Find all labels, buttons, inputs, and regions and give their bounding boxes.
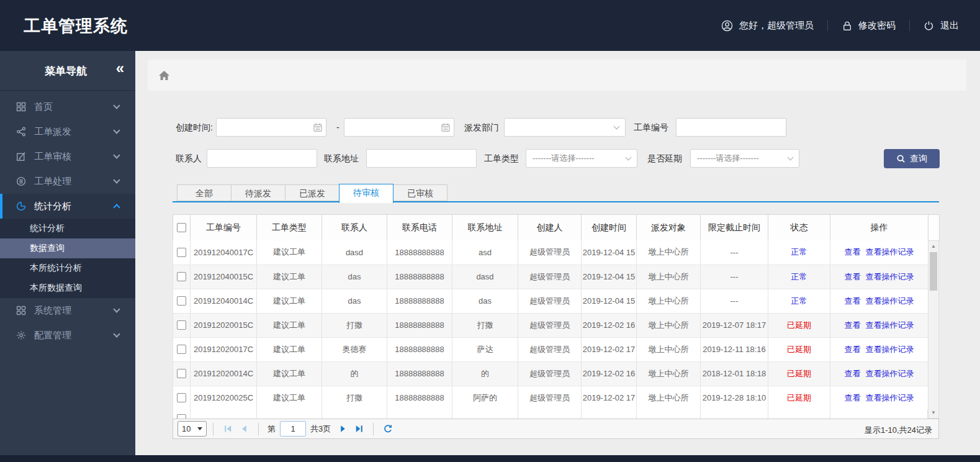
address-input[interactable] (366, 149, 477, 168)
chevron-down-icon (614, 124, 620, 130)
grid-icon (16, 102, 26, 112)
page-prefix-label: 第 (267, 424, 276, 435)
phone-cell: 18888888888 (387, 289, 452, 313)
chevron-down-icon (113, 306, 120, 312)
view-link[interactable]: 查看 (845, 272, 861, 281)
view-link[interactable]: 查看 (845, 393, 861, 402)
last-page-button[interactable] (353, 423, 365, 435)
created-time-cell: 2019-12-02 17 (582, 337, 637, 361)
created-to-input[interactable] (344, 118, 454, 137)
row-checkbox[interactable] (177, 320, 186, 330)
pie-chart-icon (16, 201, 26, 211)
collapse-sidebar-button[interactable]: « (116, 60, 124, 77)
scroll-down-icon[interactable]: ▼ (928, 408, 938, 417)
view-link[interactable]: 查看 (845, 320, 861, 330)
status-cell: 正常 (768, 289, 830, 313)
scroll-up-icon[interactable]: ▲ (928, 242, 938, 251)
search-button-label: 查询 (910, 153, 927, 165)
footer-bar (0, 455, 980, 462)
delay-select[interactable]: -------请选择------- (690, 149, 799, 168)
sidebar: 菜单导航 « 首页 工单派发 工单审核 工单处理 (0, 51, 135, 455)
scrollbar-thumb[interactable] (930, 252, 937, 291)
sidebar-item-home[interactable]: 首页 (0, 94, 135, 119)
dispatch-target-cell: 墩上中心所 (637, 337, 701, 361)
prev-page-button[interactable] (238, 423, 250, 435)
status-tab[interactable]: 全部 (177, 184, 232, 201)
actions-cell: 查看查看操作记录 (830, 289, 928, 313)
view-log-link[interactable]: 查看操作记录 (866, 369, 914, 378)
view-link[interactable]: 查看 (845, 296, 861, 306)
sidebar-item-review[interactable]: 工单审核 (0, 144, 135, 169)
view-link[interactable]: 查看 (845, 345, 861, 354)
pager-bar: 10 第 共3页 显示1-10,共24记录 (173, 419, 939, 439)
search-button[interactable]: 查询 (884, 149, 940, 168)
next-page-button[interactable] (336, 423, 349, 435)
order-type-select[interactable]: -------请选择------- (526, 149, 637, 168)
row-checkbox[interactable] (177, 393, 186, 402)
row-checkbox[interactable] (177, 296, 186, 306)
page-input[interactable] (280, 421, 306, 437)
table-row: 201912020014C 建议工单 的 18888888888 的 超级管理员… (173, 361, 928, 386)
created-time-cell: 2019-12-04 15 (582, 289, 637, 313)
actions-cell: 查看查看操作记录 (830, 313, 928, 337)
dispatch-target-cell: 墩上中心所 (637, 265, 701, 289)
dispatch-dept-select[interactable] (504, 118, 626, 137)
logout-text: 退出 (940, 20, 959, 32)
last-page-icon (354, 424, 364, 434)
page-size-select[interactable]: 10 (178, 421, 207, 437)
view-log-link[interactable]: 查看操作记录 (866, 320, 914, 330)
grid-header: 工单编号 工单类型 联系人 联系电话 联系地址 创建人 创建时间 派发对象 限定… (173, 214, 940, 241)
address-label: 联系地址 (324, 153, 359, 163)
row-checkbox[interactable] (177, 272, 186, 281)
sidebar-item-statistics[interactable]: 统计分析 (0, 194, 135, 219)
sidebar-subitem-statistics[interactable]: 统计分析 (0, 219, 135, 238)
view-log-link[interactable]: 查看操作记录 (866, 272, 914, 281)
prev-page-icon (239, 424, 249, 434)
sidebar-item-config[interactable]: 配置管理 (0, 323, 135, 348)
grid-body: 201912040017C 建议工单 dasd 18888888888 asd … (173, 240, 928, 410)
column-header: 操作 (830, 215, 928, 241)
records-summary: 显示1-10,共24记录 (865, 425, 932, 436)
view-log-link[interactable]: 查看操作记录 (866, 393, 914, 402)
status-tab[interactable]: 待审核 (339, 184, 393, 203)
table-row: 201912020017C 建议工单 奥德赛 18888888888 萨达 超级… (173, 337, 928, 361)
order-no-input[interactable] (676, 118, 786, 137)
view-log-link[interactable]: 查看操作记录 (866, 345, 914, 354)
status-tab[interactable]: 已审核 (393, 184, 447, 201)
order-no-cell: 201912020014C (191, 361, 257, 386)
actions-cell: 查看查看操作记录 (830, 337, 928, 361)
sidebar-item-system[interactable]: 系统管理 (0, 298, 135, 323)
row-checkbox[interactable] (177, 414, 186, 419)
row-checkbox[interactable] (177, 369, 186, 378)
row-checkbox[interactable] (177, 248, 186, 257)
view-link[interactable]: 查看 (845, 247, 861, 256)
user-greeting[interactable]: 您好，超级管理员 (721, 20, 814, 32)
change-password-link[interactable]: 修改密码 (842, 20, 896, 32)
sidebar-subitem-local-statistics[interactable]: 本所统计分析 (0, 258, 135, 278)
sidebar-item-dispatch[interactable]: 工单派发 (0, 119, 135, 144)
view-log-link[interactable]: 查看操作记录 (866, 247, 914, 256)
first-page-button[interactable] (222, 423, 234, 435)
sidebar-subitem-local-data-query[interactable]: 本所数据查询 (0, 278, 135, 298)
first-page-icon (223, 424, 233, 434)
contact-input[interactable] (207, 149, 317, 168)
sidebar-item-label: 首页 (34, 101, 106, 113)
view-link[interactable]: 查看 (845, 369, 861, 378)
row-checkbox[interactable] (177, 345, 186, 354)
refresh-button[interactable] (382, 423, 394, 435)
phone-cell: 18888888888 (387, 361, 452, 386)
select-all-checkbox[interactable] (177, 223, 186, 232)
view-log-link[interactable]: 查看操作记录 (866, 296, 914, 306)
created-from-input[interactable] (216, 118, 326, 137)
status-tab[interactable]: 已派发 (285, 184, 339, 201)
home-icon[interactable] (158, 70, 170, 81)
status-tab[interactable]: 待派发 (231, 184, 285, 201)
grid-scrollbar[interactable]: ▲ ▼ (928, 240, 939, 419)
contact-cell: 奥德赛 (322, 337, 387, 361)
logout-link[interactable]: 退出 (924, 20, 959, 32)
column-header: 状态 (768, 215, 830, 241)
sidebar-subitem-data-query[interactable]: 数据查询 (0, 238, 135, 258)
greeting-text: 您好，超级管理员 (739, 20, 814, 32)
sidebar-item-process[interactable]: 工单处理 (0, 169, 135, 194)
deadline-cell: 2018-12-01 18:18 (701, 361, 768, 386)
